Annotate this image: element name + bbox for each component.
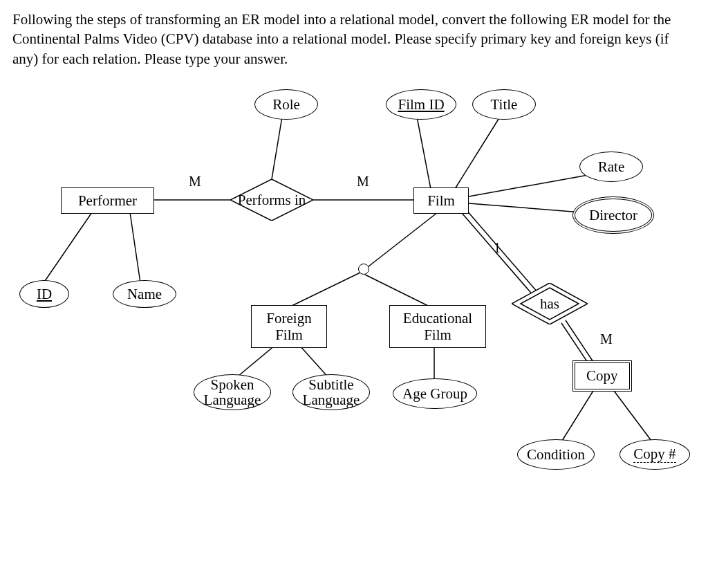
entity-label-l1: Foreign: [266, 310, 311, 327]
entity-label: Performer: [78, 192, 137, 209]
svg-line-17: [566, 320, 593, 362]
isa-circle-icon: [358, 264, 369, 275]
attribute-film-id: Film ID: [386, 89, 456, 120]
svg-line-7: [44, 212, 92, 283]
svg-line-4: [455, 117, 500, 189]
svg-line-2: [272, 117, 282, 179]
question-text: Following the steps of transforming an E…: [12, 10, 696, 68]
svg-line-20: [614, 391, 655, 446]
attribute-label: Condition: [527, 447, 585, 462]
attribute-role: Role: [254, 89, 318, 120]
relationship-label: has: [540, 295, 559, 313]
cardinality-film-m: M: [357, 174, 369, 190]
attribute-rate: Rate: [579, 151, 643, 182]
attribute-copy-number: Copy #: [620, 439, 690, 470]
attribute-label: Title: [491, 97, 518, 112]
cardinality-copy-m: M: [600, 331, 613, 347]
entity-copy: Copy: [572, 360, 632, 392]
relationship-label: Performs in: [238, 192, 306, 209]
svg-line-5: [469, 172, 604, 196]
svg-line-3: [417, 117, 431, 189]
attribute-spoken-language: SpokenLanguage: [194, 374, 271, 410]
attribute-label: Director: [589, 208, 637, 223]
attribute-subtitle-language: SubtitleLanguage: [292, 374, 370, 410]
entity-film: Film: [413, 187, 469, 214]
attribute-label: Name: [127, 286, 162, 302]
attribute-title: Title: [472, 89, 536, 120]
attribute-label: SubtitleLanguage: [303, 377, 360, 407]
er-diagram: Role Film ID Title Rate Director Perform…: [12, 75, 696, 546]
attribute-label: Copy #: [633, 446, 676, 463]
attribute-label: Rate: [598, 159, 624, 174]
attribute-condition: Condition: [517, 439, 595, 470]
entity-foreign-film: Foreign Film: [251, 305, 327, 348]
attribute-label: Film ID: [398, 97, 444, 112]
svg-line-10: [289, 273, 360, 307]
attribute-age-group: Age Group: [393, 378, 477, 409]
attribute-name: Name: [113, 280, 176, 308]
attribute-label: Age Group: [402, 386, 467, 401]
entity-label-l2: Film: [424, 327, 451, 343]
entity-performer: Performer: [61, 187, 154, 214]
attribute-label: SpokenLanguage: [204, 377, 261, 407]
svg-line-9: [365, 212, 438, 269]
svg-line-15: [466, 210, 538, 293]
entity-label-l2: Film: [275, 327, 303, 343]
cardinality-film-1: 1: [494, 240, 501, 256]
attribute-director: Director: [572, 196, 654, 234]
entity-label-l1: Educational: [403, 310, 472, 327]
attribute-label: Role: [272, 97, 300, 112]
relationship-performs-in: Performs in: [230, 179, 313, 221]
relationship-has: has: [512, 283, 588, 324]
svg-line-19: [559, 391, 593, 446]
svg-line-11: [365, 275, 431, 307]
entity-label: Film: [427, 192, 455, 209]
cardinality-performer-m: M: [189, 174, 201, 190]
svg-line-18: [561, 323, 589, 365]
entity-educational-film: Educational Film: [389, 305, 486, 348]
svg-line-8: [130, 212, 140, 283]
attribute-label: ID: [37, 286, 52, 302]
entity-label: Copy: [586, 367, 618, 384]
attribute-id: ID: [19, 280, 69, 308]
